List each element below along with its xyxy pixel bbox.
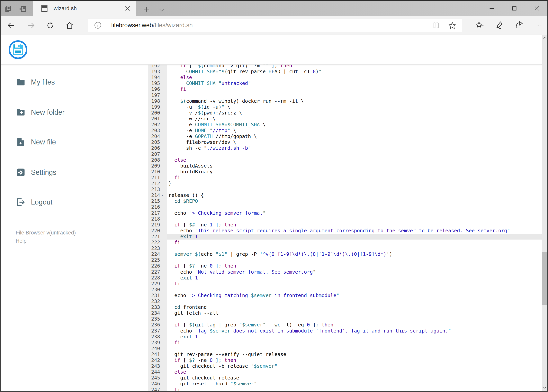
refresh-icon[interactable] [46, 21, 55, 30]
code-line[interactable]: 246 git reset --hard "$semver" [148, 381, 542, 387]
code-line[interactable]: 230 [148, 287, 542, 293]
code-line[interactable]: 242 if [ $? -ne 0 ]; then [148, 357, 542, 363]
scrollbar-thumb[interactable] [542, 252, 547, 305]
code-line[interactable]: 211 fi [148, 175, 542, 181]
line-number: 212 [148, 181, 160, 187]
code-line[interactable]: 202 -e COMMIT_SHA=$COMMIT_SHA \ [148, 122, 542, 128]
favorite-star-icon[interactable] [448, 21, 457, 30]
code-line[interactable]: 203 -e HOME="//tmp" \ [148, 128, 542, 133]
line-number: 205 [148, 139, 160, 145]
new-tab-button[interactable] [143, 6, 151, 13]
code-line[interactable]: 228 exit 1 [148, 275, 542, 281]
code-line[interactable]: 216 [148, 204, 542, 210]
forward-icon[interactable] [27, 21, 35, 30]
maximize-button[interactable] [506, 4, 523, 13]
code-text: echo "> Checking matching $semver in fro… [168, 293, 339, 298]
url-text[interactable]: filebrowser.web/files/wizard.sh [111, 22, 193, 29]
filebrowser-logo[interactable] [9, 40, 28, 59]
close-button[interactable] [528, 4, 546, 13]
code-line[interactable]: 236 if [ $(git tag | grep "$semver" | wc… [148, 322, 542, 328]
reading-view-icon[interactable] [432, 21, 440, 30]
code-line[interactable]: 196 fi [148, 86, 542, 92]
code-line[interactable]: 207 [148, 151, 542, 157]
code-line[interactable]: 240 [148, 346, 542, 351]
code-line[interactable]: 218 [148, 216, 542, 222]
tab-close-icon[interactable] [124, 5, 131, 12]
text-cursor [198, 234, 198, 239]
code-line[interactable]: 226 if [ $? -ne 0 ]; then [148, 263, 542, 269]
address-bar[interactable]: filebrowser.web/files/wizard.sh [88, 19, 462, 32]
code-line[interactable]: 212} [148, 181, 542, 187]
line-number: 216 [148, 204, 160, 210]
share-icon[interactable] [515, 21, 524, 30]
line-number: 227 [148, 269, 160, 275]
more-options-icon[interactable] [534, 23, 543, 32]
code-line[interactable]: 232 [148, 298, 542, 304]
code-line[interactable]: 231 echo "> Checking matching $semver in… [148, 293, 542, 298]
scroll-down-icon[interactable] [542, 385, 547, 390]
page-scrollbar[interactable] [542, 35, 547, 391]
code-line[interactable]: 238 exit 1 [148, 334, 542, 340]
code-line[interactable]: 194 else [148, 75, 542, 80]
code-editor[interactable]: 192 if [ "$(command -v git)" != "" ]; th… [148, 65, 542, 392]
code-line[interactable]: 197 [148, 92, 542, 98]
code-line[interactable]: 215 cd $REPO [148, 198, 542, 204]
code-line[interactable]: 200 -v /$(pwd):/src:z \ [148, 110, 542, 116]
code-line[interactable]: 205 filebrowser/dev \ [148, 139, 542, 145]
code-line[interactable]: 210 buildBinary [148, 169, 542, 175]
code-line[interactable]: 233 cd frontend [148, 304, 542, 310]
code-line[interactable]: 222 fi [148, 239, 542, 245]
tabs-set-aside-icon[interactable] [4, 5, 12, 13]
code-line[interactable]: 243 git checkout -b release "$semver" [148, 363, 542, 369]
code-line[interactable]: 208 else [148, 157, 542, 163]
code-line[interactable]: 198 $(command -v winpty) docker run --rm… [148, 98, 542, 104]
tab-strip: wizard.sh [1, 1, 547, 16]
sidebar-item-new-folder[interactable]: New folder [8, 105, 125, 119]
code-line[interactable]: 234 git fetch --all [148, 310, 542, 316]
code-line[interactable]: 214▾release () { [148, 192, 542, 198]
code-line[interactable]: 227 echo "Not valid semver format. See s… [148, 269, 542, 275]
code-line[interactable]: 239 fi [148, 340, 542, 346]
code-line[interactable]: 195 COMMIT_SHA="untracked" [148, 80, 542, 86]
code-line[interactable]: 204 -e GOPATH=//tmp/gopath \ [148, 133, 542, 139]
tab-wizard-sh[interactable]: wizard.sh [33, 1, 136, 16]
code-line[interactable]: 237 echo "Tag $semver does not exist in … [148, 328, 542, 334]
code-line[interactable]: 220 echo "This release script requires a… [148, 228, 542, 234]
tabs-aside-list-icon[interactable] [19, 5, 27, 13]
code-line[interactable]: 221 exit 1 [148, 234, 542, 239]
home-icon[interactable] [65, 21, 74, 30]
fold-marker-icon[interactable]: ▾ [161, 192, 166, 198]
code-line[interactable]: 241 git rev-parse --verify --quiet relea… [148, 351, 542, 357]
annotate-pen-icon[interactable] [495, 21, 504, 30]
code-line[interactable]: 193 COMMIT_SHA="$(git rev-parse HEAD | c… [148, 69, 542, 75]
sidebar-item-my-files[interactable]: My files [8, 75, 125, 89]
site-info-icon[interactable] [94, 21, 102, 29]
code-line[interactable]: 206 sh -c "./wizard.sh -b" [148, 145, 542, 151]
help-link[interactable]: Help [16, 237, 76, 245]
code-line[interactable]: 219 if [ $# -ne 1 ]; then [148, 222, 542, 228]
code-line[interactable]: 224 semver=$(echo "$1" | grep -P '^v(0|[… [148, 251, 542, 257]
code-line[interactable]: 201 -w //src \ [148, 116, 542, 122]
code-text: if [ "$(command -v git)" != "" ]; then [168, 65, 292, 69]
code-line[interactable]: 229 fi [148, 281, 542, 287]
sidebar-item-settings[interactable]: Settings [8, 165, 125, 179]
scroll-up-icon[interactable] [542, 36, 547, 40]
code-line[interactable]: 223 [148, 245, 542, 251]
code-line[interactable]: 213 [148, 187, 542, 192]
sidebar-item-logout[interactable]: Logout [8, 195, 125, 209]
minimize-button[interactable] [483, 4, 501, 13]
hub-favorites-icon[interactable] [476, 21, 485, 30]
code-line[interactable]: 245 git checkout release [148, 375, 542, 381]
code-line[interactable]: 199 -u "$(id -u)" \ [148, 104, 542, 110]
back-icon[interactable] [7, 21, 15, 30]
code-line[interactable]: 209 buildAssets [148, 163, 542, 169]
code-text: exit 1 [168, 234, 198, 239]
code-line[interactable]: 192 if [ "$(command -v git)" != "" ]; th… [148, 65, 542, 69]
code-line[interactable]: 225 [148, 257, 542, 263]
sidebar-item-new-file[interactable]: New file [8, 135, 125, 149]
code-line[interactable]: 244 else [148, 369, 542, 375]
tab-preview-chevron-icon[interactable] [158, 7, 166, 14]
code-line[interactable]: 235 [148, 316, 542, 322]
code-line[interactable]: 217 echo "> Checking semver format" [148, 210, 542, 216]
code-text: -u "$(id -u)" \ [168, 104, 230, 110]
